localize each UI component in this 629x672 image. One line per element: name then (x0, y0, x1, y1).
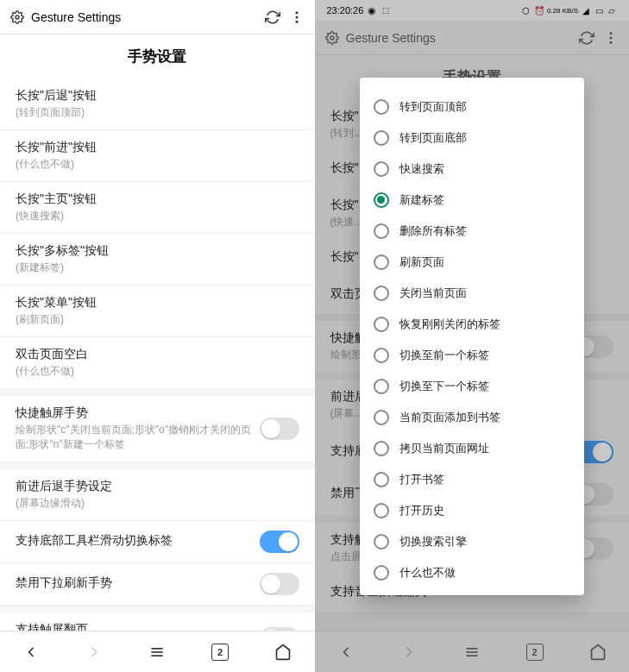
radio-option[interactable]: 切换搜索引擎 (370, 526, 574, 557)
gesture-setting-item[interactable]: 双击页面空白(什么也不做) (0, 337, 315, 389)
radio-icon (374, 348, 389, 363)
radio-option[interactable]: 恢复刚刚关闭的标签 (370, 309, 574, 340)
toggle-quick-gesture[interactable] (260, 418, 299, 440)
radio-icon (374, 192, 389, 208)
item-title: 长按"后退"按钮 (16, 88, 299, 104)
radio-option[interactable]: 切换至前一个标签 (370, 340, 574, 371)
bottombar: 2 (0, 631, 315, 672)
radio-option[interactable]: 当前页面添加到书签 (370, 402, 574, 433)
status-app-icon-2: ⬚ (381, 5, 391, 16)
radio-icon (374, 565, 389, 581)
toolbar-swipe-item[interactable]: 支持底部工具栏滑动切换标签 (0, 521, 315, 563)
item-title: 支持触屏翻页 (16, 622, 260, 631)
gesture-setting-item[interactable]: 长按"多标签"按钮(新建标签) (0, 234, 315, 286)
radio-icon (374, 286, 389, 301)
radio-option[interactable]: 关闭当前页面 (370, 278, 574, 309)
swipe-nav-item[interactable]: 前进后退手势设定 (屏幕边缘滑动) (0, 469, 315, 521)
svg-point-7 (330, 36, 334, 40)
radio-option[interactable]: 快速搜索 (370, 154, 574, 185)
dialog-overlay[interactable]: 转到页面顶部转到页面底部快速搜索新建标签删除所有标签刷新页面关闭当前页面恢复刚刚… (315, 0, 630, 672)
svg-point-9 (610, 36, 613, 39)
svg-point-8 (610, 32, 613, 35)
gesture-setting-item[interactable]: 长按"主页"按钮(快速搜索) (0, 182, 315, 234)
gesture-setting-item[interactable]: 长按"菜单"按钮(刷新页面) (0, 286, 315, 337)
item-title: 禁用下拉刷新手势 (16, 575, 260, 591)
status-app-icon: ◉ (367, 5, 377, 16)
shield-icon: ⬡ (521, 5, 532, 16)
radio-option[interactable]: 转到页面顶部 (370, 91, 574, 122)
svg-point-0 (16, 16, 19, 19)
svg-point-1 (295, 11, 298, 14)
signal-icon: ▭ (594, 5, 604, 16)
radio-option[interactable]: 切换至下一个标签 (370, 371, 574, 402)
appbar: Gesture Settings (0, 0, 315, 35)
tabs-button[interactable]: 2 (518, 635, 552, 669)
radio-label: 打开历史 (399, 503, 444, 518)
item-title: 快捷触屏手势 (16, 405, 260, 421)
tabs-button[interactable]: 2 (203, 635, 237, 669)
home-button[interactable] (266, 635, 300, 669)
overflow-menu-icon[interactable] (603, 30, 619, 46)
appbar-title: Gesture Settings (346, 31, 436, 45)
refresh-icon[interactable] (579, 30, 594, 46)
gesture-setting-item[interactable]: 长按"前进"按钮(什么也不做) (0, 130, 315, 182)
radio-option[interactable]: 什么也不做 (370, 557, 574, 588)
content-area: 长按"后退"按钮(转到页面顶部)长按"前进"按钮(什么也不做)长按"主页"按钮(… (0, 79, 315, 631)
status-time: 23:20:26 (327, 5, 364, 16)
item-sub: (刷新页面) (16, 312, 299, 327)
menu-button[interactable] (455, 635, 489, 669)
radio-option[interactable]: 拷贝当前页面网址 (370, 433, 574, 464)
refresh-icon[interactable] (265, 9, 280, 25)
page-title: 手势设置 (0, 35, 315, 79)
item-sub: (转到页面顶部) (16, 105, 299, 120)
radio-icon (374, 130, 389, 146)
back-button[interactable] (329, 635, 363, 669)
home-button[interactable] (581, 635, 615, 669)
radio-option[interactable]: 新建标签 (370, 185, 574, 216)
toggle-pull-refresh[interactable] (260, 573, 299, 595)
radio-icon (374, 503, 389, 518)
radio-option[interactable]: 打开历史 (370, 495, 574, 526)
item-title: 前进后退手势设定 (16, 479, 299, 494)
radio-option[interactable]: 打开书签 (370, 464, 574, 495)
options-dialog: 转到页面顶部转到页面底部快速搜索新建标签删除所有标签刷新页面关闭当前页面恢复刚刚… (360, 78, 584, 595)
back-button[interactable] (14, 635, 48, 669)
radio-option[interactable]: 删除所有标签 (370, 216, 574, 247)
toggle-touch-flip[interactable] (260, 627, 299, 631)
item-title: 长按"前进"按钮 (16, 140, 299, 155)
svg-point-3 (295, 20, 298, 22)
radio-icon (374, 534, 389, 550)
radio-option[interactable]: 转到页面底部 (370, 122, 574, 154)
radio-icon (374, 254, 389, 270)
quick-touch-gesture-item[interactable]: 快捷触屏手势 绘制形状"c"关闭当前页面;形状"o"撤销刚才关闭的页面;形状"n… (0, 396, 315, 462)
radio-label: 关闭当前页面 (399, 286, 467, 301)
radio-label: 切换搜索引擎 (399, 534, 467, 550)
radio-label: 打开书签 (399, 472, 444, 487)
item-sub: (快速搜索) (16, 209, 299, 223)
forward-button[interactable] (77, 635, 111, 669)
overflow-menu-icon[interactable] (289, 9, 305, 25)
radio-option[interactable]: 刷新页面 (370, 247, 574, 278)
pull-refresh-item[interactable]: 禁用下拉刷新手势 (0, 563, 315, 606)
tab-count: 2 (526, 644, 544, 661)
radio-label: 快速搜索 (399, 161, 444, 177)
forward-button[interactable] (392, 635, 426, 669)
item-title: 长按"多标签"按钮 (16, 243, 299, 259)
radio-label: 恢复刚刚关闭的标签 (399, 317, 500, 332)
gesture-setting-item[interactable]: 长按"后退"按钮(转到页面顶部) (0, 79, 315, 130)
item-sub: (新建标签) (16, 261, 299, 275)
radio-icon (374, 379, 389, 394)
bottombar: 2 (315, 631, 630, 672)
item-title: 双击页面空白 (16, 347, 299, 362)
tab-count: 2 (211, 644, 229, 661)
radio-icon (374, 161, 389, 177)
gear-icon (10, 10, 24, 24)
radio-label: 拷贝当前页面网址 (399, 441, 489, 456)
toggle-toolbar-swipe[interactable] (260, 531, 299, 553)
radio-icon (374, 223, 389, 239)
touch-flip-item[interactable]: 支持触屏翻页 点击屏幕上方空白处上翻，屏幕空白处下方下翻 (0, 612, 315, 631)
menu-button[interactable] (140, 635, 174, 669)
gear-icon (325, 31, 339, 45)
radio-label: 转到页面顶部 (399, 99, 467, 115)
radio-label: 什么也不做 (399, 565, 456, 581)
